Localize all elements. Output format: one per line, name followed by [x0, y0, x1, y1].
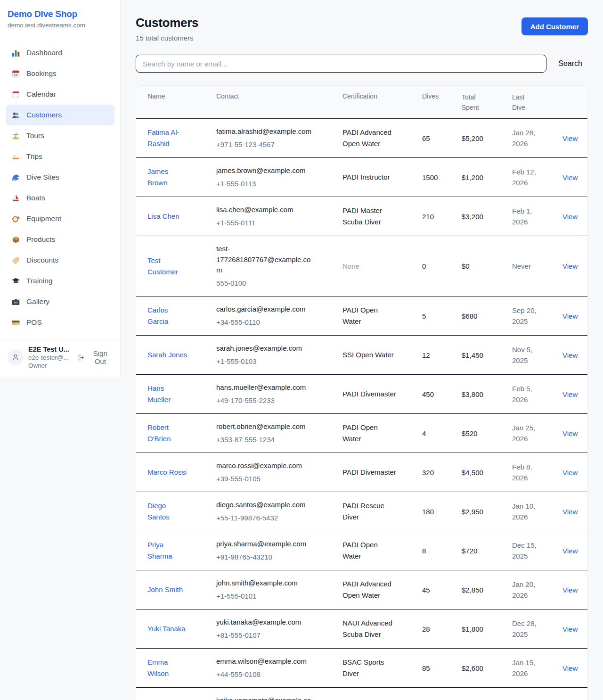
customer-phone: +39-555-0105 — [216, 474, 316, 485]
customer-contact-cell: fatima.alrashid@example.com+971-55-123-4… — [216, 119, 342, 158]
customer-dives-count: 65 — [422, 134, 430, 142]
table-row: Diego Santosdiego.santos@example.com+55-… — [136, 492, 587, 531]
sidebar-item-calendar[interactable]: Calendar — [6, 84, 114, 105]
customer-certification-cell: PADI Advanced Open Water — [342, 119, 422, 158]
sidebar-item-bookings[interactable]: 17Bookings — [6, 63, 114, 84]
customer-name-link[interactable]: Diego Santos — [147, 500, 189, 523]
sidebar-item-label: Trips — [26, 152, 42, 161]
sidebar-item-training[interactable]: Training — [6, 271, 114, 291]
sidebar-item-discounts[interactable]: Discounts — [6, 250, 114, 271]
user-email: e2e-tester@... — [28, 354, 74, 361]
sidebar-item-trips[interactable]: Trips — [6, 146, 114, 167]
customer-name-link[interactable]: Fatima Al-Rashid — [147, 127, 189, 149]
customer-name-link[interactable]: John Smith — [147, 584, 183, 595]
view-customer-link[interactable]: View — [562, 586, 578, 594]
view-customer-link[interactable]: View — [562, 351, 578, 359]
customer-certification: BSAC Sports Diver — [342, 657, 396, 679]
view-customer-link[interactable]: View — [562, 508, 578, 516]
view-customer-link[interactable]: View — [562, 429, 578, 437]
customer-contact-cell: marco.rossi@example.com+39-555-0105 — [216, 453, 342, 492]
sidebar-item-boats[interactable]: Boats — [6, 188, 114, 208]
table-row: John Smithjohn.smith@example.com+1-555-0… — [136, 570, 587, 609]
view-customer-link[interactable]: View — [562, 312, 578, 320]
search-button[interactable]: Search — [558, 59, 582, 68]
table-row: Lisa Chenlisa.chen@example.com+1-555-011… — [136, 197, 587, 236]
customer-actions-cell: View — [562, 492, 587, 531]
customer-name-link[interactable]: Marco Rossi — [147, 467, 187, 478]
customer-contact-cell: john.smith@example.com+1-555-0101 — [216, 570, 342, 609]
speedboat-icon — [11, 152, 20, 161]
customer-total-spent: $720 — [462, 547, 477, 555]
view-customer-link[interactable]: View — [562, 173, 578, 181]
view-customer-link[interactable]: View — [562, 664, 578, 672]
customer-phone: +34-555-0110 — [216, 317, 316, 328]
customer-last-dive: Feb 5, 2026 — [512, 383, 541, 405]
page-title: Customers — [136, 16, 198, 30]
calendar-icon — [11, 90, 20, 99]
view-customer-link[interactable]: View — [562, 262, 578, 270]
customer-last-dive: Dec 28, 2025 — [512, 618, 541, 640]
sidebar-item-label: Training — [26, 277, 52, 285]
customer-dives-cell: 4 — [422, 414, 462, 453]
customer-phone: +971-55-123-4567 — [216, 140, 316, 150]
customer-last-dive: Jan 20, 2026 — [512, 579, 541, 601]
column-header-name: Name — [136, 86, 216, 119]
customer-dives-count: 5 — [422, 312, 426, 320]
sidebar-item-products[interactable]: Products — [6, 229, 114, 250]
sidebar-item-label: Bookings — [26, 69, 57, 78]
customer-total-spent-cell: $520 — [462, 414, 512, 453]
customer-phone: +1-555-0101 — [216, 591, 316, 602]
customer-last-dive: Jan 10, 2026 — [512, 501, 541, 523]
customer-last-dive: Feb 12, 2026 — [512, 166, 541, 189]
customer-name-link[interactable]: Priya Sharma — [147, 539, 189, 562]
customer-dives-cell: 1500 — [422, 158, 462, 197]
customer-dives-count: 28 — [422, 625, 430, 633]
sidebar-item-tours[interactable]: Tours — [6, 125, 114, 146]
customer-dives-count: 450 — [422, 390, 434, 398]
customer-contact-cell: sarah.jones@example.com+1-555-0103 — [216, 336, 342, 375]
customer-name-link[interactable]: Hans Mueller — [147, 383, 189, 405]
user-meta: E2E Test U... e2e-tester@... Owner — [28, 346, 74, 369]
customer-total-spent-cell: $2,100 — [462, 688, 512, 700]
customer-name-link[interactable]: Test Customer — [147, 255, 189, 278]
customer-phone: +55-11-99876-5432 — [216, 513, 316, 524]
add-customer-button[interactable]: Add Customer — [522, 17, 588, 35]
customer-name-link[interactable]: Yuki Tanaka — [147, 623, 186, 634]
customer-last-dive-cell: Feb 5, 2026 — [512, 375, 562, 414]
view-customer-link[interactable]: View — [562, 390, 578, 398]
search-input[interactable] — [136, 55, 546, 73]
wave-icon — [11, 173, 20, 182]
customer-dives-cell: 320 — [422, 453, 462, 492]
sidebar-item-dashboard[interactable]: Dashboard — [6, 42, 114, 63]
sidebar-item-customers[interactable]: Customers — [6, 105, 114, 125]
customer-name-link[interactable]: Carlos Garcia — [147, 305, 189, 327]
customer-certification: PADI Divemaster — [342, 388, 396, 400]
sidebar-item-equipment[interactable]: Equipment — [6, 208, 114, 229]
view-customer-link[interactable]: View — [562, 213, 578, 221]
table-row: Keiko Yamamotokeiko.yamamoto@example.com… — [136, 688, 587, 700]
customer-dives-cell: 8 — [422, 531, 462, 570]
sidebar-item-dive-sites[interactable]: Dive Sites — [6, 167, 114, 188]
view-customer-link[interactable]: View — [562, 625, 578, 633]
sidebar-item-gallery[interactable]: Gallery — [6, 291, 114, 312]
customer-name-link[interactable]: James Brown — [147, 166, 189, 189]
customer-last-dive-cell: Jan 10, 2026 — [512, 492, 562, 531]
sign-out-button[interactable]: Sign Out — [77, 349, 113, 365]
customer-last-dive-cell: Jan 15, 2026 — [512, 649, 562, 688]
sidebar-item-pos[interactable]: POS — [6, 312, 114, 333]
view-customer-link[interactable]: View — [562, 469, 578, 477]
customer-certification: PADI Open Water — [342, 539, 396, 562]
customer-name-cell: Sarah Jones — [136, 336, 216, 375]
customer-name-link[interactable]: Emma Wilson — [147, 657, 189, 679]
brand-title[interactable]: Demo Dive Shop — [8, 9, 113, 19]
customer-certification-cell: NAUI Advanced Scuba Diver — [342, 609, 422, 649]
customer-actions-cell: View — [562, 453, 587, 492]
table-header-row: NameContactCertificationDivesTotal Spent… — [136, 86, 587, 119]
customer-contact-cell: carlos.garcia@example.com+34-555-0110 — [216, 296, 342, 336]
customer-name-link[interactable]: Lisa Chen — [147, 211, 179, 222]
view-customer-link[interactable]: View — [562, 134, 578, 142]
view-customer-link[interactable]: View — [562, 547, 578, 555]
customer-name-link[interactable]: Robert O'Brien — [147, 422, 189, 445]
customer-name-link[interactable]: Sarah Jones — [147, 349, 187, 361]
customer-dives-count: 45 — [422, 586, 430, 594]
